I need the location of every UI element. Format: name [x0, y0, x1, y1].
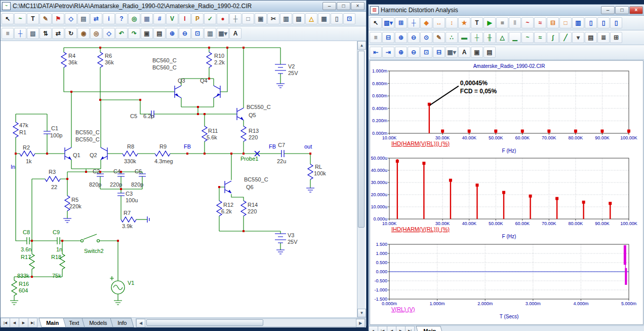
page-view-icon[interactable]: ▤	[585, 32, 597, 43]
grid-dropdown-icon[interactable]: ▦▾	[217, 28, 229, 39]
horizontal-tag-icon[interactable]: ↔	[433, 17, 445, 28]
node-numbers-icon[interactable]: #	[153, 13, 166, 24]
border-icon[interactable]: □	[242, 13, 254, 24]
watch-icon[interactable]: ⊟	[547, 17, 559, 28]
tracker-icon[interactable]: △	[496, 32, 508, 43]
tab-models[interactable]: Models	[82, 318, 115, 327]
grid-icon[interactable]: ▦	[318, 13, 330, 24]
text-mode-icon[interactable]: T	[471, 17, 483, 28]
help-icon[interactable]: ?	[115, 13, 128, 24]
zoom-out-icon[interactable]: ⊖	[408, 32, 420, 43]
run-icon[interactable]: ▶	[484, 17, 496, 28]
y-axis-grid-icon[interactable]: ╫	[484, 32, 496, 43]
flag-icon[interactable]: ⚑	[52, 13, 64, 24]
integral-icon[interactable]: ∫	[547, 32, 559, 43]
tab-info[interactable]: Info	[110, 318, 134, 327]
pattern-icon[interactable]: ▧	[27, 28, 39, 39]
cursor-mode-icon[interactable]: ┼	[408, 17, 420, 28]
cursor-right-icon[interactable]: ⇥	[382, 47, 394, 58]
cross-hair-icon[interactable]: ┼	[229, 13, 242, 24]
point-tag-icon[interactable]: ◆	[420, 17, 432, 28]
scroll-right-button[interactable]: ▶	[356, 319, 365, 327]
cursor-left-icon[interactable]: ⇤	[370, 47, 382, 58]
zoom-in-icon[interactable]: ⊕	[395, 47, 407, 58]
wave-icon[interactable]: ~	[521, 32, 534, 43]
x-axis-grid-icon[interactable]: ┼	[471, 32, 483, 43]
open-mode-icon[interactable]: ⊡	[343, 13, 355, 24]
graph-pick-icon[interactable]: ▧▾	[382, 17, 394, 28]
stop-icon[interactable]: ■	[496, 17, 508, 28]
analysis-window[interactable]: ▥ Harmonic Distortion Analysis – □ × ↖▧▾…	[368, 4, 644, 330]
autoscale-icon[interactable]: ⊙	[420, 32, 432, 43]
hscroll-thumb[interactable]	[146, 319, 263, 326]
text-mode-icon[interactable]: T	[27, 13, 39, 24]
grid-dropdown-icon[interactable]: ▦▾	[446, 47, 458, 58]
ruler-icon[interactable]: ▬	[458, 32, 470, 43]
pause-icon[interactable]: ‖	[509, 17, 521, 28]
schematic-window[interactable]: ~ C:\MC11\DATA\Petrov\RIAA\Amatarske_Rad…	[0, 0, 367, 326]
copy-icon[interactable]: ▣	[471, 47, 483, 58]
copy-region-icon[interactable]: ▥	[280, 13, 292, 24]
redo-icon[interactable]: ↷	[128, 28, 140, 39]
horizontal-scrollbar[interactable]: ◀ ▶	[136, 318, 366, 327]
select-region-icon[interactable]: ▧	[293, 13, 305, 24]
restore-button[interactable]: □	[337, 2, 350, 10]
hscroll-track[interactable]	[145, 319, 356, 326]
digital-io-icon[interactable]: ▦	[141, 13, 153, 24]
vscroll-track[interactable]	[357, 50, 365, 309]
scroll-up-button[interactable]: ▲	[357, 41, 366, 50]
schematic-canvas[interactable]: R436kR636kBC560_CBC560_CR102.2kV225VQ3Q4…	[1, 41, 366, 317]
panel-one-icon[interactable]: ▯	[585, 17, 597, 28]
panel-two-icon[interactable]: ▯	[597, 17, 610, 28]
properties-icon[interactable]: ≡	[370, 32, 382, 43]
pencil-icon[interactable]: ✎	[433, 32, 445, 43]
last-page-button[interactable]: ▶|	[405, 326, 415, 331]
find-next-icon[interactable]: ◎	[90, 28, 102, 39]
page-icon[interactable]: ▯	[331, 13, 343, 24]
attribute-icon[interactable]: ◎	[128, 13, 140, 24]
minimize-button[interactable]: –	[323, 2, 336, 10]
schematic-titlebar[interactable]: ~ C:\MC11\DATA\Petrov\RIAA\Amatarske_Rad…	[1, 1, 366, 12]
scissors-icon[interactable]: ✂	[267, 13, 279, 24]
first-page-button[interactable]: |◀	[378, 326, 387, 331]
next-page-button[interactable]: ▶	[396, 326, 406, 331]
smoothing-icon[interactable]: ≈	[534, 32, 546, 43]
baseline-icon[interactable]: ▁	[509, 32, 521, 43]
next-page-button[interactable]: ▶	[19, 318, 28, 327]
flip-vertical-icon[interactable]: ⇅	[39, 28, 52, 39]
close-button[interactable]: ×	[351, 2, 365, 10]
branch-currents-icon[interactable]: I	[179, 13, 191, 24]
zoom-in-icon[interactable]: ⊕	[395, 32, 407, 43]
data-list-icon[interactable]: ≣	[597, 32, 610, 43]
warning-icon[interactable]: △	[305, 13, 317, 24]
zoom-area-icon[interactable]: ⊡	[191, 28, 204, 39]
scroll-down-button[interactable]: ▼	[357, 309, 366, 317]
zoom-region-icon[interactable]: ⊡	[420, 47, 432, 58]
fft-icon[interactable]: ~	[521, 17, 534, 28]
prev-page-button[interactable]: ◀	[10, 318, 19, 327]
data-points-icon[interactable]: ∴	[446, 32, 458, 43]
analysis-titlebar[interactable]: ▥ Harmonic Distortion Analysis – □ ×	[369, 5, 644, 16]
calculator-icon[interactable]: ⊞	[610, 32, 622, 43]
font-icon[interactable]: A	[229, 28, 242, 39]
slope-icon[interactable]: ╱	[559, 32, 572, 43]
charts-panel[interactable]: 1.000m0.800m0.600m0.400m0.200m0.000m10.0…	[370, 60, 643, 325]
vertical-scrollbar[interactable]: ▲ ▼	[357, 41, 365, 317]
paste-icon[interactable]: ▤	[484, 47, 496, 58]
power-dissipation-icon[interactable]: P	[191, 13, 204, 24]
tab-main[interactable]: Main	[416, 326, 444, 331]
restore-button[interactable]: □	[615, 6, 629, 14]
performance-tag-icon[interactable]: ★	[458, 17, 470, 28]
find-icon[interactable]: ◉	[77, 28, 90, 39]
wire-mode-icon[interactable]: ~	[14, 13, 26, 24]
mirror-icon[interactable]: ⇄	[90, 13, 102, 24]
scale-mode-icon[interactable]: ⊞	[395, 17, 407, 28]
font-icon[interactable]: A	[458, 47, 470, 58]
scroll-left-button[interactable]: ◀	[136, 319, 145, 327]
tile-icon[interactable]: ⊟	[382, 32, 394, 43]
crosshair-icon[interactable]: ┼	[14, 28, 26, 39]
curve-select-icon[interactable]: ▾	[572, 32, 584, 43]
info-icon[interactable]: i	[103, 13, 115, 24]
select-icon[interactable]: ↖	[2, 13, 14, 24]
shapes-icon[interactable]: ◇	[103, 28, 115, 39]
